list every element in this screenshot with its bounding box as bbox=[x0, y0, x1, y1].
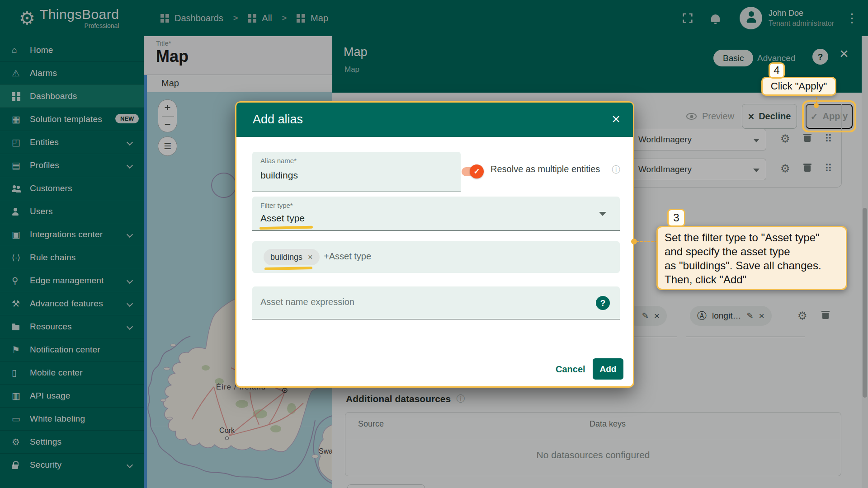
asset-name-expression-placeholder: Asset name expression bbox=[260, 297, 354, 307]
tutorial-highlight-underline bbox=[259, 226, 313, 230]
asset-type-chip-buildings[interactable]: buildings × bbox=[264, 249, 320, 265]
filter-type-select[interactable]: Filter type* Asset type bbox=[252, 197, 620, 231]
thingsboard-app: ⚙ ThingsBoard Professional Dashboards > … bbox=[0, 0, 868, 488]
resolve-multiple-label: Resolve as multiple entities bbox=[491, 164, 600, 174]
tutorial-highlight-underline bbox=[264, 267, 312, 270]
alias-name-field[interactable]: Alias name* buildings bbox=[252, 152, 461, 192]
tutorial-step4-callout: Click "Apply" bbox=[761, 77, 836, 96]
cancel-button[interactable]: Cancel bbox=[553, 364, 588, 375]
tutorial-step3-badge: 3 bbox=[667, 209, 685, 227]
add-button[interactable]: Add bbox=[593, 358, 623, 380]
asset-name-expression-field[interactable]: Asset name expression ? bbox=[252, 286, 620, 319]
tutorial-connector-line bbox=[637, 241, 657, 242]
close-icon[interactable]: × bbox=[612, 111, 620, 127]
alias-name-value: buildings bbox=[260, 170, 298, 181]
tutorial-connector-dot bbox=[814, 103, 819, 108]
chevron-down-icon bbox=[599, 212, 606, 216]
toggle-check-icon: ✓ bbox=[470, 164, 484, 178]
modal-header: Add alias × bbox=[236, 103, 633, 137]
resolve-multiple-toggle[interactable]: ✓ bbox=[462, 167, 482, 176]
tutorial-step4-badge: 4 bbox=[769, 62, 785, 79]
tutorial-step3-callout: Set the filter type to "Asset type" and … bbox=[656, 226, 847, 290]
help-icon[interactable]: ? bbox=[596, 296, 610, 310]
alias-name-label: Alias name* bbox=[260, 157, 297, 164]
close-icon[interactable]: × bbox=[308, 253, 313, 262]
asset-type-list-field[interactable]: buildings × +Asset type bbox=[252, 241, 620, 273]
apply-button-highlight-ring bbox=[802, 100, 856, 132]
info-icon: ⓘ bbox=[612, 164, 620, 176]
filter-type-value: Asset type bbox=[260, 213, 305, 224]
asset-type-placeholder: +Asset type bbox=[324, 251, 371, 262]
add-alias-modal: Add alias × Alias name* buildings ✓ Reso… bbox=[235, 101, 634, 388]
modal-title: Add alias bbox=[253, 113, 303, 127]
filter-type-label: Filter type* bbox=[260, 202, 293, 209]
